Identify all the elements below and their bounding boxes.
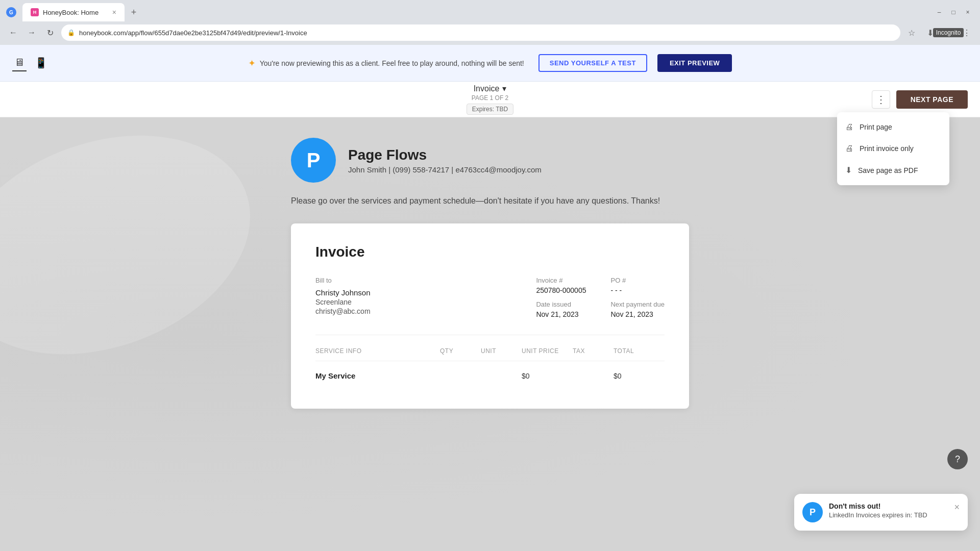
save-pdf-option[interactable]: ⬇ Save page as PDF — [837, 159, 949, 181]
banner-message: ✦ You're now previewing this as a client… — [248, 58, 524, 69]
invoice-dropdown[interactable]: Invoice ▾ — [474, 84, 507, 93]
more-options-button[interactable]: ⋮ — [872, 90, 890, 109]
po-value: - - - — [610, 286, 665, 294]
service-info-header: SERVICE INFO — [315, 347, 440, 355]
sparkle-icon: ✦ — [248, 58, 256, 69]
bg-decoration — [0, 117, 281, 393]
invoice-title: Invoice — [315, 244, 665, 260]
invoice-number-group: Invoice # 250780-000005 Date issued Nov … — [536, 277, 586, 318]
bill-to-label: Bill to — [315, 277, 536, 284]
print-page-label: Print page — [860, 123, 892, 131]
next-page-button[interactable]: NEXT PAGE — [896, 90, 968, 109]
service-name: My Service — [315, 371, 440, 380]
service-row: My Service $0 $0 — [315, 363, 665, 388]
dropdown-menu: 🖨 Print page 🖨 Print invoice only ⬇ Save… — [837, 112, 949, 185]
company-name: Page Flows — [348, 147, 542, 163]
toast-logo: P — [802, 502, 823, 522]
notification-toast: P Don't miss out! LinkedIn Invoices expi… — [794, 494, 968, 531]
profile-button[interactable]: Incognito — [941, 26, 955, 40]
services-divider — [315, 361, 665, 361]
back-button[interactable]: ← — [6, 26, 20, 40]
service-total: $0 — [614, 372, 665, 380]
tab-close-button[interactable]: × — [112, 8, 116, 16]
service-price: $0 — [522, 372, 573, 380]
help-button[interactable]: ? — [947, 449, 968, 469]
nav-center: Invoice ▾ PAGE 1 OF 2 Expires: TBD — [467, 84, 513, 115]
toast-content: Don't miss out! LinkedIn Invoices expire… — [829, 502, 948, 519]
new-tab-button[interactable]: + — [127, 5, 141, 19]
invoice-label: Invoice — [474, 84, 500, 93]
browser-chrome: G H HoneyBook: Home × + – □ × ← → ↻ 🔒 ho… — [0, 0, 980, 45]
total-header: TOTAL — [614, 347, 665, 355]
print-page-icon: 🖨 — [845, 122, 853, 132]
window-controls: – □ × — [933, 6, 974, 18]
url-text: honeybook.com/app/flow/655d7dae0e2be3125… — [79, 29, 894, 37]
reload-button[interactable]: ↻ — [43, 26, 57, 40]
minimize-button[interactable]: – — [933, 6, 945, 18]
next-payment-value: Nov 21, 2023 — [610, 310, 665, 318]
tab-favicon: H — [31, 8, 39, 16]
toast-close-button[interactable]: × — [954, 502, 960, 513]
desktop-view-button[interactable]: 🖥 — [12, 55, 27, 71]
po-label: PO # — [610, 277, 665, 284]
next-payment-label: Next payment due — [610, 300, 665, 308]
invoice-card: Invoice Bill to Christy Johnson Screenla… — [291, 223, 689, 409]
main-content: P Page Flows John Smith | (099) 558-7421… — [0, 117, 980, 551]
company-info: Page Flows John Smith | (099) 558-74217 … — [348, 147, 542, 174]
bookmark-button[interactable]: ☆ — [904, 26, 919, 40]
client-company: Screenlane — [315, 298, 536, 306]
address-bar[interactable]: 🔒 honeybook.com/app/flow/655d7dae0e2be31… — [61, 24, 900, 41]
exit-preview-button[interactable]: EXIT PREVIEW — [657, 54, 732, 72]
invoice-number-label: Invoice # — [536, 277, 586, 284]
extensions-button[interactable]: ⋮ — [960, 26, 974, 40]
tab-title: HoneyBook: Home — [43, 9, 108, 16]
maximize-button[interactable]: □ — [947, 6, 960, 18]
invoice-description: Please go over the services and payment … — [291, 195, 689, 207]
print-invoice-icon: 🖨 — [845, 144, 853, 153]
send-test-button[interactable]: SEND YOURSELF A TEST — [538, 54, 647, 72]
forward-button[interactable]: → — [24, 26, 39, 40]
date-issued-label: Date issued — [536, 300, 586, 308]
tab-bar: H HoneyBook: Home × + — [22, 3, 141, 21]
date-issued-value: Nov 21, 2023 — [536, 310, 586, 318]
google-icon: G — [6, 7, 16, 17]
invoice-details: Invoice # 250780-000005 Date issued Nov … — [536, 277, 665, 318]
dropdown-arrow-icon: ▾ — [502, 84, 506, 93]
services-table: SERVICE INFO QTY UNIT UNIT PRICE TAX TOT… — [315, 335, 665, 388]
company-header: P Page Flows John Smith | (099) 558-7421… — [291, 138, 689, 183]
unit-price-header: UNIT PRICE — [522, 347, 573, 355]
mobile-view-button[interactable]: 📱 — [33, 55, 50, 71]
bill-to-section: Bill to Christy Johnson Screenlane chris… — [315, 277, 536, 318]
save-pdf-label: Save page as PDF — [858, 166, 918, 174]
services-header: SERVICE INFO QTY UNIT UNIT PRICE TAX TOT… — [315, 343, 665, 359]
nav-right: ⋮ NEXT PAGE — [872, 90, 968, 109]
client-name: Christy Johnson — [315, 288, 536, 297]
print-page-option[interactable]: 🖨 Print page — [837, 116, 949, 138]
tax-header: TAX — [573, 347, 614, 355]
invoice-meta: Bill to Christy Johnson Screenlane chris… — [315, 277, 665, 318]
preview-banner: 🖥 📱 ✦ You're now previewing this as a cl… — [0, 45, 980, 82]
expires-badge: Expires: TBD — [467, 104, 513, 115]
print-invoice-label: Print invoice only — [860, 144, 914, 153]
unit-header: UNIT — [481, 347, 522, 355]
invoice-number-value: 250780-000005 — [536, 286, 586, 294]
company-contact: John Smith | (099) 558-74217 | e4763cc4@… — [348, 165, 542, 174]
page-info: PAGE 1 OF 2 — [472, 94, 508, 102]
lock-icon: 🔒 — [67, 29, 75, 36]
company-logo: P — [291, 138, 336, 183]
address-bar-row: ← → ↻ 🔒 honeybook.com/app/flow/655d7dae0… — [0, 20, 980, 45]
close-window-button[interactable]: × — [962, 6, 974, 18]
po-group: PO # - - - Next payment due Nov 21, 2023 — [610, 277, 665, 318]
active-tab[interactable]: H HoneyBook: Home × — [22, 3, 125, 21]
save-pdf-icon: ⬇ — [845, 165, 852, 175]
toast-body: LinkedIn Invoices expires in: TBD — [829, 511, 948, 519]
page-nav: Invoice ▾ PAGE 1 OF 2 Expires: TBD ⋮ NEX… — [0, 82, 980, 117]
toast-title: Don't miss out! — [829, 502, 948, 510]
title-bar: G H HoneyBook: Home × + – □ × — [0, 0, 980, 20]
print-invoice-only-option[interactable]: 🖨 Print invoice only — [837, 138, 949, 159]
view-toggle: 🖥 📱 — [12, 55, 50, 71]
qty-header: QTY — [440, 347, 481, 355]
preview-message-text: You're now previewing this as a client. … — [260, 59, 524, 67]
client-email: christy@abc.com — [315, 307, 536, 315]
